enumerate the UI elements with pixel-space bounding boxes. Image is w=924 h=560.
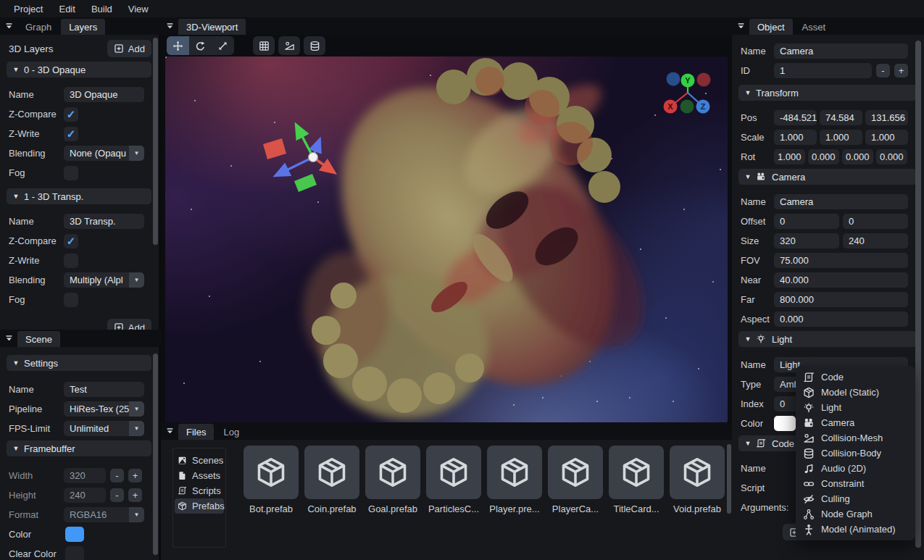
prefab-item[interactable]: Void.prefab xyxy=(670,446,725,514)
z-write-checkbox[interactable]: ✓ xyxy=(64,127,78,141)
pos-z-field[interactable]: 131.656 xyxy=(865,110,908,125)
offset-x-field[interactable]: 0 xyxy=(774,214,839,229)
scene-name-field[interactable]: Test xyxy=(64,382,144,397)
pos-x-field[interactable]: -484.521 xyxy=(774,110,817,125)
id-increment-button[interactable]: + xyxy=(894,64,908,78)
scale-z-field[interactable]: 1.000 xyxy=(865,130,908,145)
width-increment-button[interactable]: + xyxy=(128,469,142,482)
size-x-field[interactable]: 320 xyxy=(774,233,839,248)
framebuffer-section-header[interactable]: ▼ Framebuffer xyxy=(7,440,151,456)
layer-name-field[interactable]: 3D Opaque xyxy=(64,87,144,102)
aspect-field[interactable]: 0.000 xyxy=(774,312,908,327)
menu-item[interactable]: Edit xyxy=(51,4,83,14)
layers-scrollbar-thumb[interactable] xyxy=(153,38,158,245)
rot-w-field[interactable]: 1.000 xyxy=(774,149,805,164)
tab[interactable]: Log xyxy=(215,424,247,440)
tab-scene[interactable]: Scene xyxy=(17,331,60,347)
file-category[interactable]: Scripts xyxy=(175,483,224,498)
near-field[interactable]: 40.000 xyxy=(774,272,908,288)
camera-section-header[interactable]: ▼ Camera xyxy=(738,169,917,185)
far-field[interactable]: 800.000 xyxy=(774,292,908,307)
files-scrollbar-thumb[interactable] xyxy=(727,444,731,514)
menu-item[interactable]: Project xyxy=(6,4,51,14)
file-category[interactable]: Prefabs xyxy=(175,498,224,514)
add-component-menu-item[interactable]: Node Graph xyxy=(796,506,915,522)
scale-x-field[interactable]: 1.000 xyxy=(774,130,817,145)
camera-name-field[interactable]: Camera xyxy=(774,194,908,209)
pos-y-field[interactable]: 74.584 xyxy=(820,110,862,125)
file-category[interactable]: Scenes xyxy=(175,453,224,468)
fb-color-swatch[interactable] xyxy=(65,527,84,542)
panel-menu-icon[interactable] xyxy=(161,17,178,35)
add-component-menu-item[interactable]: Camera xyxy=(796,415,915,430)
add-component-menu-item[interactable]: Light xyxy=(796,400,915,415)
rot-y-field[interactable]: 0.000 xyxy=(842,149,873,164)
tab[interactable]: Graph xyxy=(17,19,59,35)
fog-checkbox[interactable]: ✓ xyxy=(64,293,78,307)
prefab-item[interactable]: Player.pre... xyxy=(487,446,542,514)
prefab-item[interactable]: Bot.prefab xyxy=(244,446,299,514)
prefab-item[interactable]: Coin.prefab xyxy=(304,446,359,514)
scene-scrollbar-thumb[interactable] xyxy=(153,354,158,555)
rotate-tool-button[interactable] xyxy=(189,36,212,55)
prefab-tile[interactable] xyxy=(365,446,420,499)
add-component-menu-item[interactable]: Model (Animated) xyxy=(796,522,915,537)
file-category[interactable]: Assets xyxy=(175,468,224,483)
tab[interactable]: Asset xyxy=(794,19,834,35)
prefab-tile[interactable] xyxy=(304,446,359,499)
rot-x-field[interactable]: 0.000 xyxy=(808,149,839,164)
z-compare-checkbox[interactable]: ✓ xyxy=(64,234,78,248)
rot-z-field[interactable]: 0.000 xyxy=(876,149,907,164)
menu-item[interactable]: View xyxy=(120,4,157,14)
layer-name-field[interactable]: 3D Transp. xyxy=(64,214,144,229)
z-write-checkbox[interactable]: ✓ xyxy=(64,254,78,268)
settings-section-header[interactable]: ▼ Settings xyxy=(7,355,151,371)
height-increment-button[interactable]: + xyxy=(128,488,142,502)
prefab-tile[interactable] xyxy=(548,446,603,499)
fb-height-field[interactable]: 240 xyxy=(64,488,106,503)
add-component-menu-item[interactable]: Culling xyxy=(796,491,915,506)
add-component-menu-item[interactable]: Code xyxy=(796,369,915,385)
prefab-item[interactable]: ParticlesC... xyxy=(426,446,481,514)
viewport-canvas[interactable]: Y X Z xyxy=(165,57,728,422)
tab[interactable]: Files xyxy=(178,424,214,440)
tab[interactable]: Object xyxy=(749,19,793,35)
scale-y-field[interactable]: 1.000 xyxy=(820,130,862,145)
tab[interactable]: Layers xyxy=(61,19,105,35)
prefab-tile[interactable] xyxy=(609,446,664,499)
add-layer-button[interactable]: Add xyxy=(107,40,151,57)
prefab-item[interactable]: TitleCard... xyxy=(609,446,664,514)
fov-field[interactable]: 75.000 xyxy=(774,253,908,268)
add-component-menu-item[interactable]: Audio (2D) xyxy=(796,461,915,476)
prefab-item[interactable]: PlayerCa... xyxy=(548,446,603,514)
light-color-swatch[interactable] xyxy=(774,416,796,431)
prefab-item[interactable]: Goal.prefab xyxy=(365,446,420,514)
object-id-field[interactable]: 1 xyxy=(774,63,872,78)
object-name-field[interactable]: Camera xyxy=(774,43,908,59)
prefab-tile[interactable] xyxy=(487,446,542,499)
tab-3d-viewport[interactable]: 3D-Viewport xyxy=(178,19,246,35)
collision-body-toggle-button[interactable] xyxy=(304,36,325,55)
add-component-menu-item[interactable]: Collision-Mesh xyxy=(796,430,915,446)
move-tool-button[interactable] xyxy=(167,36,189,55)
fb-width-field[interactable]: 320 xyxy=(64,468,106,483)
light-section-header[interactable]: ▼ Light xyxy=(738,331,917,347)
add-component-menu-item[interactable]: Model (Static) xyxy=(796,385,915,400)
offset-y-field[interactable]: 0 xyxy=(843,214,908,229)
fb-clear-color-swatch[interactable] xyxy=(65,546,84,560)
fps-limit-select[interactable]: Unlimited▼ xyxy=(64,421,144,436)
prefab-tile[interactable] xyxy=(426,446,481,499)
grid-toggle-button[interactable] xyxy=(253,36,275,55)
menu-item[interactable]: Build xyxy=(83,4,120,14)
fog-checkbox[interactable]: ✓ xyxy=(64,166,78,180)
z-compare-checkbox[interactable]: ✓ xyxy=(64,107,78,122)
add-component-menu-item[interactable]: Constraint xyxy=(796,476,915,491)
panel-menu-icon[interactable] xyxy=(0,330,17,347)
prefab-tile[interactable] xyxy=(670,446,725,499)
collision-mesh-toggle-button[interactable] xyxy=(278,36,300,55)
layer-section-header-opaque[interactable]: ▼ 0 - 3D Opaque xyxy=(7,62,151,78)
layer-section-header-transp[interactable]: ▼ 1 - 3D Transp. xyxy=(7,188,151,204)
inspector-scrollbar-thumb[interactable] xyxy=(915,41,921,548)
prefab-tile[interactable] xyxy=(244,446,299,499)
size-y-field[interactable]: 240 xyxy=(843,233,908,248)
